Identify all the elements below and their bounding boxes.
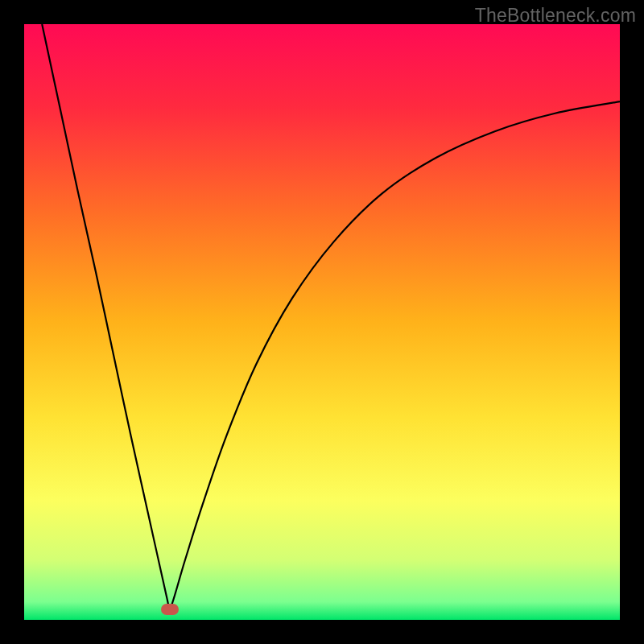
watermark-text: TheBottleneck.com	[475, 5, 636, 27]
bottleneck-curve	[24, 24, 620, 620]
minimum-marker	[161, 604, 179, 615]
plot-frame	[24, 24, 620, 620]
